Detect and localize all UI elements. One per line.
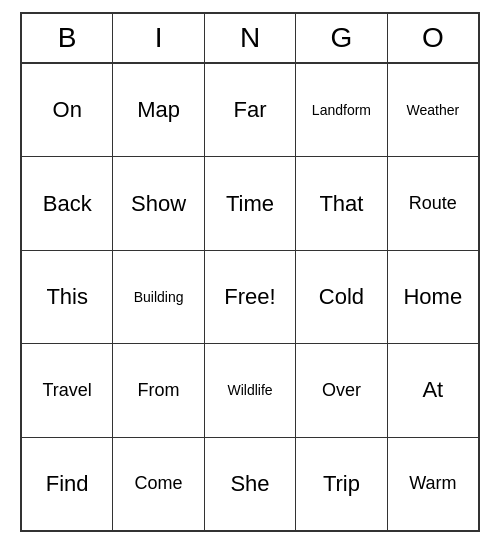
bingo-cell-2-1: Building [113,251,204,343]
bingo-cell-2-3: Cold [296,251,387,343]
cell-text-0-4: Weather [406,102,459,118]
cell-text-0-1: Map [137,97,180,123]
bingo-cell-3-3: Over [296,344,387,436]
cell-text-2-3: Cold [319,284,364,310]
bingo-cell-0-0: On [22,64,113,156]
cell-text-1-3: That [319,191,363,217]
bingo-cell-1-2: Time [205,157,296,249]
cell-text-2-1: Building [134,289,184,305]
bingo-cell-3-1: From [113,344,204,436]
header-letter-N: N [205,14,296,62]
bingo-cell-3-2: Wildlife [205,344,296,436]
bingo-cell-0-1: Map [113,64,204,156]
bingo-card: BINGO OnMapFarLandformWeatherBackShowTim… [20,12,480,532]
cell-text-2-2: Free! [224,284,275,310]
bingo-row-1: BackShowTimeThatRoute [22,157,478,250]
bingo-cell-4-4: Warm [388,438,478,530]
cell-text-3-1: From [138,380,180,401]
cell-text-3-0: Travel [43,380,92,401]
cell-text-3-3: Over [322,380,361,401]
bingo-grid: OnMapFarLandformWeatherBackShowTimeThatR… [22,64,478,530]
cell-text-1-0: Back [43,191,92,217]
cell-text-4-1: Come [135,473,183,494]
bingo-cell-2-2: Free! [205,251,296,343]
bingo-cell-1-4: Route [388,157,478,249]
bingo-cell-4-1: Come [113,438,204,530]
cell-text-3-2: Wildlife [227,382,272,398]
bingo-cell-0-3: Landform [296,64,387,156]
cell-text-0-3: Landform [312,102,371,118]
bingo-row-4: FindComeSheTripWarm [22,438,478,530]
cell-text-0-2: Far [234,97,267,123]
cell-text-4-3: Trip [323,471,360,497]
bingo-cell-2-4: Home [388,251,478,343]
cell-text-1-4: Route [409,193,457,214]
bingo-row-3: TravelFromWildlifeOverAt [22,344,478,437]
bingo-row-0: OnMapFarLandformWeather [22,64,478,157]
bingo-cell-4-3: Trip [296,438,387,530]
header-letter-I: I [113,14,204,62]
cell-text-4-0: Find [46,471,89,497]
cell-text-2-4: Home [403,284,462,310]
bingo-cell-1-0: Back [22,157,113,249]
bingo-header: BINGO [22,14,478,64]
cell-text-1-1: Show [131,191,186,217]
bingo-cell-1-3: That [296,157,387,249]
bingo-cell-0-4: Weather [388,64,478,156]
bingo-cell-0-2: Far [205,64,296,156]
bingo-cell-1-1: Show [113,157,204,249]
bingo-cell-2-0: This [22,251,113,343]
cell-text-2-0: This [46,284,88,310]
bingo-row-2: ThisBuildingFree!ColdHome [22,251,478,344]
cell-text-4-2: She [230,471,269,497]
header-letter-O: O [388,14,478,62]
cell-text-1-2: Time [226,191,274,217]
cell-text-3-4: At [422,377,443,403]
bingo-cell-3-0: Travel [22,344,113,436]
header-letter-G: G [296,14,387,62]
bingo-cell-4-2: She [205,438,296,530]
bingo-cell-3-4: At [388,344,478,436]
header-letter-B: B [22,14,113,62]
cell-text-4-4: Warm [409,473,456,494]
cell-text-0-0: On [53,97,82,123]
bingo-cell-4-0: Find [22,438,113,530]
